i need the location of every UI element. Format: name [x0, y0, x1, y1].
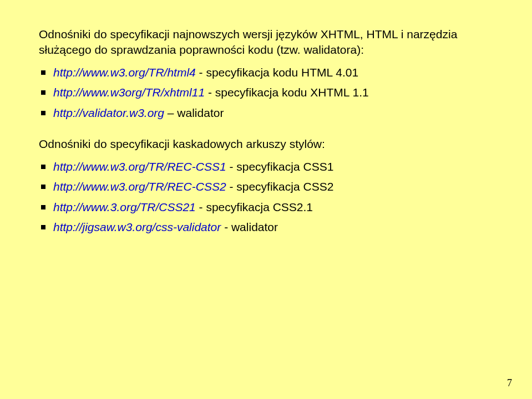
link-text: http://validator.w3.org: [53, 106, 164, 119]
list-item: http://www.3.org/TR/CSS21 - specyfikacja…: [39, 198, 496, 217]
item-desc: - walidator: [221, 221, 278, 233]
section1-intro: Odnośniki do specyfikacji najnowszych we…: [39, 27, 496, 58]
list-item: http://www.w3.org/TR/REC-CSS2 - specyfik…: [39, 178, 496, 196]
list-item: http://validator.w3.org – walidator: [39, 104, 496, 122]
list-item: http://www.w3.org/TR/REC-CSS1 - specyfik…: [39, 158, 496, 176]
section2-intro: Odnośniki do specyfikacji kaskadowych ar…: [39, 136, 496, 152]
list-item: http://www.w3.org/TR/html4 - specyfikacj…: [39, 64, 496, 82]
list-item: http://www.w3org/TR/xhtml11 - specyfikac…: [39, 84, 496, 102]
item-desc: - specyfikacja kodu XHTML 1.1: [205, 86, 369, 99]
item-desc: - specyfikacja CSS2: [226, 180, 334, 193]
page-number: 7: [507, 377, 512, 389]
item-desc: - specyfikacja CSS2.1: [196, 201, 313, 213]
link-text: http://www.w3org/TR/xhtml11: [53, 86, 205, 99]
item-desc: – walidator: [164, 106, 224, 119]
link-text: http://www.w3.org/TR/html4: [53, 66, 196, 79]
item-desc: - specyfikacja kodu HTML 4.01: [196, 66, 358, 79]
item-desc: - specyfikacja CSS1: [226, 160, 334, 173]
link-text: http://jigsaw.w3.org/css-validator: [53, 221, 221, 233]
list-item: http://jigsaw.w3.org/css-validator - wal…: [39, 218, 496, 237]
link-text: http://www.w3.org/TR/REC-CSS2: [53, 180, 226, 193]
section1-list: http://www.w3.org/TR/html4 - specyfikacj…: [39, 64, 496, 122]
link-text: http://www.3.org/TR/CSS21: [53, 201, 196, 213]
link-text: http://www.w3.org/TR/REC-CSS1: [53, 160, 226, 173]
section2-list: http://www.w3.org/TR/REC-CSS1 - specyfik…: [39, 158, 496, 237]
